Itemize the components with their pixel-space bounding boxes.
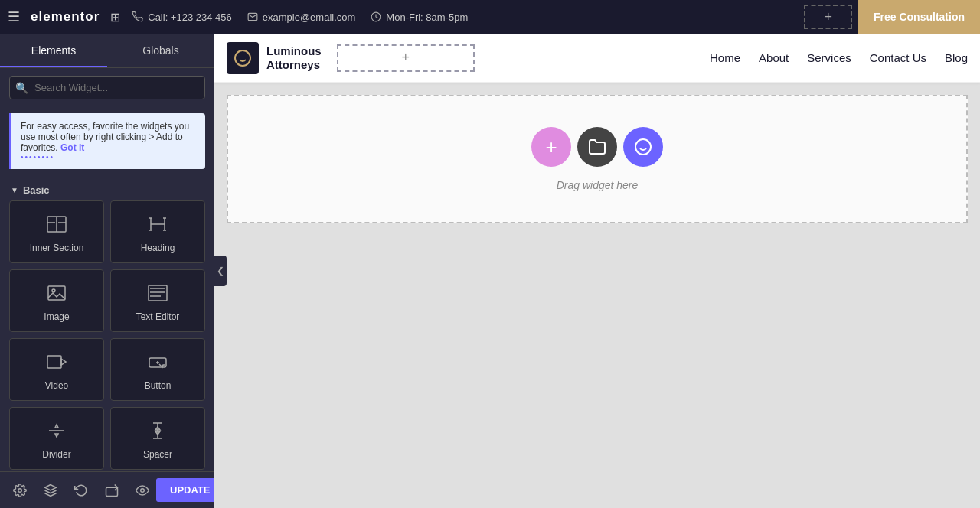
- phone-icon: [132, 11, 143, 22]
- image-icon: [46, 282, 67, 307]
- svg-point-38: [635, 139, 651, 155]
- site-logo: Luminous Attorneys: [227, 42, 322, 74]
- nav-about[interactable]: About: [759, 51, 789, 64]
- phone-info: Call: +123 234 456: [132, 11, 232, 23]
- widget-text-editor[interactable]: Text Editor: [110, 269, 205, 332]
- spacer-icon: [147, 420, 168, 444]
- divider-icon: [46, 420, 67, 444]
- tab-elements[interactable]: Elements: [0, 34, 107, 67]
- template-widget-circle[interactable]: [623, 127, 663, 167]
- widget-divider-label: Divider: [42, 449, 70, 460]
- widget-heading-label: Heading: [141, 243, 175, 253]
- widget-image-label: Image: [44, 311, 69, 322]
- tab-globals[interactable]: Globals: [107, 34, 214, 67]
- email-info: example@email.com: [247, 11, 356, 23]
- elementor-logo: elementor: [31, 9, 100, 24]
- history-icon[interactable]: [67, 477, 95, 504]
- topbar-add-button[interactable]: +: [804, 5, 852, 29]
- widget-divider[interactable]: Divider: [9, 407, 104, 470]
- nav-services[interactable]: Services: [807, 51, 851, 64]
- svg-marker-19: [61, 359, 66, 365]
- search-icon: 🔍: [15, 82, 28, 94]
- widget-spacer[interactable]: Spacer: [110, 407, 205, 470]
- got-it-link[interactable]: Got It: [60, 142, 84, 153]
- video-icon: [46, 351, 67, 376]
- drag-widget-text: Drag widget here: [557, 179, 639, 191]
- svg-point-13: [52, 289, 55, 292]
- svg-point-34: [141, 488, 145, 492]
- widget-spacer-label: Spacer: [143, 449, 172, 460]
- nav-contact[interactable]: Contact Us: [870, 51, 926, 64]
- nav-home[interactable]: Home: [710, 51, 740, 64]
- nav-add-button[interactable]: +: [337, 44, 475, 72]
- widget-inner-section[interactable]: Inner Section: [9, 200, 104, 263]
- basic-section-title: ▼ Basic: [0, 175, 214, 200]
- eye-icon[interactable]: [129, 477, 156, 504]
- site-nav: Home About Services Contact Us Blog: [710, 51, 968, 64]
- folder-widget-circle[interactable]: [577, 127, 617, 167]
- hours-info: Mon-Fri: 8am-5pm: [371, 11, 468, 23]
- grid-icon[interactable]: ⊞: [110, 10, 120, 24]
- widget-video-label: Video: [45, 380, 68, 391]
- widget-video[interactable]: Video: [9, 338, 104, 401]
- hamburger-icon[interactable]: ☰: [8, 8, 20, 25]
- widget-inner-section-label: Inner Section: [30, 243, 84, 253]
- svg-point-31: [18, 488, 22, 492]
- widget-image[interactable]: Image: [9, 269, 104, 332]
- svg-rect-12: [48, 286, 65, 300]
- svg-rect-18: [47, 356, 61, 368]
- svg-marker-32: [45, 484, 57, 490]
- add-widget-circle[interactable]: +: [531, 127, 571, 167]
- svg-rect-17: [149, 285, 167, 301]
- text-editor-icon: [147, 282, 168, 307]
- inner-section-icon: [46, 213, 67, 238]
- settings-icon[interactable]: [6, 477, 34, 504]
- button-icon: [147, 351, 168, 376]
- svg-point-35: [235, 50, 250, 66]
- widget-heading[interactable]: Heading: [110, 200, 205, 263]
- clock-icon: [371, 11, 381, 22]
- nav-blog[interactable]: Blog: [945, 51, 968, 64]
- svg-marker-25: [55, 434, 58, 437]
- hint-dots: ••••••••: [21, 153, 196, 161]
- hint-box: For easy access, favorite the widgets yo…: [9, 113, 205, 169]
- email-icon: [247, 11, 258, 22]
- logo-line1: Luminous: [266, 44, 322, 58]
- heading-icon: [147, 213, 168, 238]
- logo-line2: Attorneys: [266, 58, 322, 72]
- widget-button[interactable]: Button: [110, 338, 205, 401]
- widget-button-label: Button: [145, 380, 172, 391]
- responsive-icon[interactable]: [98, 477, 126, 504]
- free-consultation-button[interactable]: Free Consultation: [858, 0, 980, 34]
- collapse-sidebar-handle[interactable]: ❮: [214, 256, 227, 286]
- widget-text-editor-label: Text Editor: [136, 311, 180, 322]
- search-input[interactable]: [9, 76, 205, 99]
- layers-icon[interactable]: [37, 477, 64, 504]
- svg-marker-24: [55, 425, 58, 428]
